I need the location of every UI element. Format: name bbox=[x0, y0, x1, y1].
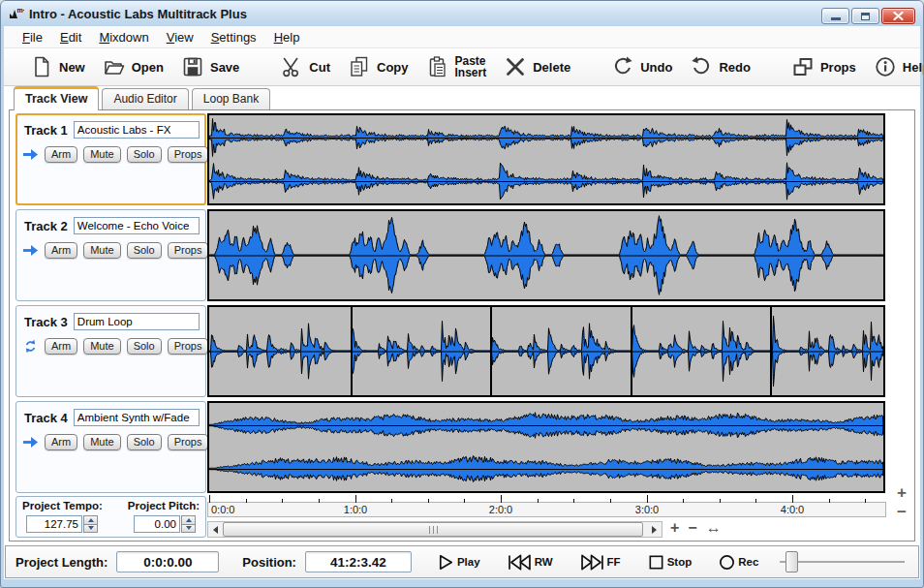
track-controls: ArmMuteSoloProps bbox=[22, 338, 200, 355]
arm-button[interactable]: Arm bbox=[45, 338, 77, 355]
record-icon bbox=[718, 553, 736, 572]
open-folder-icon bbox=[103, 55, 126, 78]
mute-button[interactable]: Mute bbox=[83, 434, 120, 450]
mute-button[interactable]: Mute bbox=[83, 338, 120, 355]
project-pitch-label: Project Pitch: bbox=[128, 500, 200, 511]
toolbar-button-label: PasteInsert bbox=[455, 55, 487, 78]
new-button[interactable]: New bbox=[21, 52, 94, 81]
toolbar-button-label: Copy bbox=[377, 60, 409, 75]
undo-button[interactable]: Undo bbox=[602, 52, 681, 81]
project-tempo-pitch-panel: Project Tempo: Project Pitch: bbox=[15, 496, 206, 538]
scroll-right-button[interactable] bbox=[647, 522, 662, 537]
track-name-input[interactable] bbox=[74, 313, 200, 330]
toolbar-button-label: Props bbox=[820, 60, 856, 75]
props-button[interactable]: Props bbox=[168, 242, 209, 259]
arrow-right-icon bbox=[22, 435, 39, 450]
solo-button[interactable]: Solo bbox=[127, 434, 162, 450]
delete-button[interactable]: Delete bbox=[495, 52, 579, 81]
ff-button[interactable]: FF bbox=[579, 553, 621, 572]
help-button[interactable]: Help bbox=[865, 52, 924, 81]
menu-view[interactable]: View bbox=[158, 27, 202, 47]
arm-button[interactable]: Arm bbox=[45, 242, 77, 259]
position-field[interactable]: 41:2:3.42 bbox=[305, 551, 412, 573]
save-floppy-icon bbox=[181, 55, 204, 78]
paste-insert-button[interactable]: PasteInsert bbox=[417, 52, 496, 81]
menu-mixdown[interactable]: Mixdown bbox=[90, 27, 157, 47]
cut-button[interactable]: Cut bbox=[271, 52, 339, 81]
timeline-scrollbar[interactable] bbox=[207, 521, 662, 538]
props-button[interactable]: Props bbox=[168, 434, 209, 450]
menu-edit[interactable]: Edit bbox=[51, 27, 90, 47]
timeline-ruler[interactable]: 0:0:01:0:02:0:03:0:04:0:0 bbox=[207, 494, 886, 517]
track-name-input[interactable] bbox=[74, 121, 200, 139]
ruler-label: 1:0:0 bbox=[344, 504, 367, 515]
redo-icon bbox=[690, 55, 713, 78]
ruler-tick bbox=[538, 499, 539, 503]
vertical-zoom-in-button[interactable]: + bbox=[897, 484, 907, 501]
project-pitch-spinner[interactable] bbox=[181, 515, 196, 533]
waveform-display[interactable] bbox=[207, 209, 885, 301]
menu-help[interactable]: Help bbox=[265, 27, 309, 47]
project-length-field[interactable]: 0:0:0.00 bbox=[116, 551, 219, 573]
tab-audio-editor[interactable]: Audio Editor bbox=[102, 88, 188, 109]
track-view-panel: Track 1ArmMuteSoloPropsTrack 2ArmMuteSol… bbox=[9, 109, 915, 542]
scrollbar-thumb[interactable] bbox=[223, 522, 643, 537]
waveform-display[interactable] bbox=[207, 305, 885, 397]
track-panel-4: Track 4ArmMuteSoloProps bbox=[15, 401, 206, 493]
solo-button[interactable]: Solo bbox=[127, 338, 162, 355]
props-button[interactable]: Props bbox=[168, 338, 209, 355]
ruler-label: 4:0:0 bbox=[781, 504, 804, 515]
project-tempo-spinner[interactable] bbox=[83, 515, 98, 533]
track-name-input[interactable] bbox=[74, 409, 200, 426]
waveform-display[interactable] bbox=[207, 401, 885, 493]
project-tempo-input[interactable] bbox=[26, 515, 82, 533]
tab-loop-bank[interactable]: Loop Bank bbox=[192, 88, 270, 109]
ruler-tick bbox=[865, 499, 866, 503]
close-button[interactable] bbox=[881, 8, 915, 24]
volume-slider[interactable] bbox=[780, 550, 905, 573]
toolbar-group: CutCopyPasteInsertDelete bbox=[271, 52, 579, 81]
slider-thumb[interactable] bbox=[785, 551, 798, 573]
cut-scissors-icon bbox=[280, 55, 303, 78]
toolbar-button-label: Help bbox=[903, 60, 924, 75]
tab-track-view[interactable]: Track View bbox=[14, 86, 99, 110]
horizontal-zoom-out-button[interactable]: − bbox=[688, 519, 696, 537]
save-button[interactable]: Save bbox=[172, 52, 248, 81]
props-button[interactable]: Props bbox=[783, 52, 865, 81]
ruler-tick bbox=[246, 499, 247, 503]
copy-button[interactable]: Copy bbox=[339, 52, 417, 81]
slider-track[interactable] bbox=[780, 561, 905, 563]
solo-button[interactable]: Solo bbox=[127, 146, 162, 163]
track-controls: ArmMuteSoloProps bbox=[22, 434, 200, 450]
stop-button[interactable]: Stop bbox=[647, 553, 693, 572]
waveform-display[interactable] bbox=[207, 113, 885, 205]
arm-button[interactable]: Arm bbox=[45, 434, 77, 450]
delete-x-icon bbox=[504, 55, 527, 78]
rw-button[interactable]: RW bbox=[507, 553, 553, 572]
toolbar-group: NewOpenSave bbox=[21, 52, 248, 81]
scroll-left-button[interactable] bbox=[208, 522, 223, 537]
rec-button[interactable]: Rec bbox=[718, 553, 758, 572]
horizontal-zoom-in-button[interactable]: + bbox=[670, 519, 679, 537]
minimize-button[interactable] bbox=[821, 8, 849, 24]
track-name-input[interactable] bbox=[74, 217, 200, 234]
track-label: Track 2 bbox=[24, 219, 68, 233]
mute-button[interactable]: Mute bbox=[83, 242, 120, 259]
transport-bar: Project Length: 0:0:0.00 Position: 41:2:… bbox=[5, 545, 919, 578]
maximize-button[interactable] bbox=[851, 8, 879, 24]
menu-file[interactable]: File bbox=[14, 27, 51, 47]
solo-button[interactable]: Solo bbox=[127, 242, 162, 259]
redo-button[interactable]: Redo bbox=[681, 52, 759, 81]
vertical-zoom-out-button[interactable]: − bbox=[897, 504, 907, 520]
arm-button[interactable]: Arm bbox=[45, 146, 77, 163]
arrow-right-icon bbox=[22, 243, 39, 259]
transport-button-label: Play bbox=[457, 556, 480, 568]
tab-strip: Track ViewAudio EditorLoop Bank bbox=[4, 86, 920, 109]
play-button[interactable]: Play bbox=[437, 553, 480, 572]
project-pitch-input[interactable] bbox=[134, 515, 180, 533]
open-button[interactable]: Open bbox=[94, 52, 172, 81]
zoom-fit-button[interactable]: ↔ bbox=[706, 519, 722, 537]
props-button[interactable]: Props bbox=[168, 146, 209, 163]
mute-button[interactable]: Mute bbox=[83, 146, 120, 163]
menu-settings[interactable]: Settings bbox=[202, 27, 265, 47]
